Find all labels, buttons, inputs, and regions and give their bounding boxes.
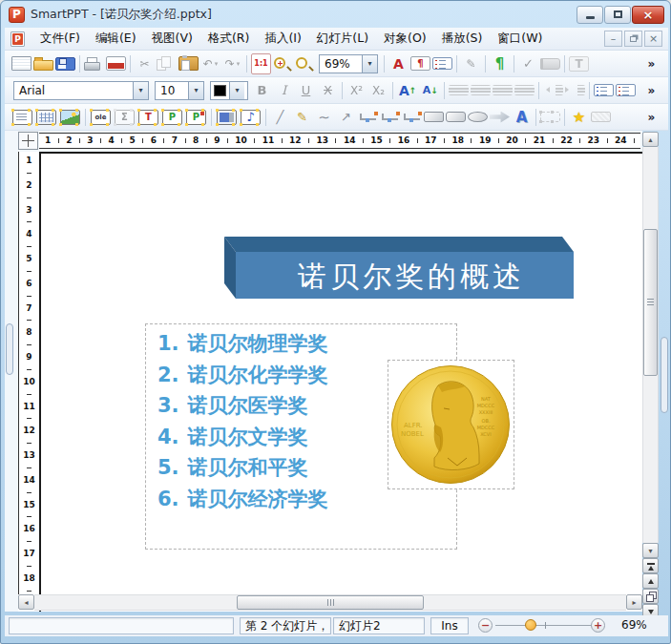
ruler-origin-crosshair[interactable]: [18, 132, 38, 150]
zoom-slider-center-tick: [545, 622, 546, 629]
draw-line[interactable]: ╱: [270, 107, 290, 128]
formatting-marks[interactable]: ¶: [490, 53, 510, 74]
toolbar-separator: [342, 82, 343, 99]
menu-file[interactable]: 文件(F): [32, 29, 88, 49]
draw-curved-connector[interactable]: [402, 112, 422, 122]
font-name-dropdown[interactable]: ▾: [133, 82, 148, 99]
horizontal-scroll-thumb[interactable]: [237, 595, 424, 610]
slide-title-box[interactable]: 诺贝尔奖的概述: [224, 237, 574, 299]
vertical-scroll-track[interactable]: [642, 147, 659, 543]
insert-video[interactable]: [217, 110, 237, 125]
grow-font[interactable]: A: [397, 80, 418, 101]
minimize-button[interactable]: [577, 6, 603, 24]
scroll-up-button[interactable]: ▴: [642, 132, 659, 147]
first-slide-button[interactable]: [642, 558, 659, 573]
insert-image[interactable]: [60, 110, 80, 125]
font-name-combo[interactable]: Arial ▾: [13, 81, 149, 100]
menu-window[interactable]: 窗口(W): [490, 29, 550, 49]
draw-block-arrow[interactable]: [490, 112, 510, 123]
font-size-combo[interactable]: 10 ▾: [155, 81, 204, 100]
left-pane-grip[interactable]: [6, 323, 13, 375]
menu-slide[interactable]: 幻灯片(L): [309, 29, 376, 49]
save[interactable]: [55, 57, 75, 71]
font-color-dropdown[interactable]: ▾: [229, 82, 244, 99]
scroll-down-button[interactable]: ▾: [642, 543, 659, 558]
zoom-slider-thumb[interactable]: [525, 619, 536, 631]
list-item[interactable]: 1.诺贝尔物理学奖: [157, 328, 456, 360]
ruler-tick: [308, 138, 309, 143]
draw-rectangle[interactable]: [424, 112, 444, 122]
ruler-number: 3: [87, 136, 93, 145]
first-slide-icon: [647, 563, 655, 565]
insert-ole-object[interactable]: ole: [91, 110, 111, 125]
zoom-level-combo[interactable]: 69% ▾: [319, 54, 378, 73]
menu-insert[interactable]: 插入(I): [257, 29, 308, 49]
medal-image-frame[interactable]: ALFR. NOBEL NAT MDCCC XXXIII OB. MDCCC X…: [388, 360, 514, 489]
export-pdf[interactable]: [106, 56, 126, 71]
right-pane-grip[interactable]: [661, 337, 668, 413]
slide-canvas[interactable]: 诺贝尔奖的概述 1.诺贝尔物理学奖2.诺贝尔化学学奖3.诺贝尔医学奖4.诺贝尔文…: [39, 152, 642, 612]
zoom-slider-track[interactable]: [495, 625, 598, 626]
ruler-tick: [27, 271, 31, 272]
mdi-minimize-button[interactable]: –: [604, 31, 622, 47]
formatting-toolbar-overflow[interactable]: »: [641, 80, 661, 101]
zoom-out-button[interactable]: −: [478, 618, 493, 633]
scroll-left-button[interactable]: ◂: [18, 594, 34, 610]
ruler-number: 4: [26, 230, 31, 239]
horizontal-scroll-track[interactable]: [34, 594, 626, 611]
insert-wordart[interactable]: A: [512, 107, 532, 128]
open-file[interactable]: [33, 60, 53, 71]
align-left: [449, 85, 469, 95]
menu-format[interactable]: 格式(R): [200, 29, 257, 49]
mdi-restore-button[interactable]: [624, 31, 642, 47]
draw-arrow[interactable]: ↗: [336, 107, 356, 128]
vertical-scroll-thumb[interactable]: [643, 229, 658, 376]
slide-navigator-button[interactable]: [642, 589, 659, 604]
mdi-close-button[interactable]: ×: [644, 31, 662, 47]
draw-elbow-connector[interactable]: [380, 112, 400, 122]
menu-object[interactable]: 对象(O): [376, 29, 434, 49]
draw-freehand[interactable]: ✎: [292, 107, 312, 128]
scroll-right-button[interactable]: ▸: [626, 594, 642, 610]
insert-textart[interactable]: T: [138, 110, 158, 125]
numbered-list[interactable]: [616, 84, 636, 96]
menu-edit[interactable]: 编辑(E): [88, 29, 144, 49]
zoom-in[interactable]: [273, 56, 293, 71]
font-size-dropdown[interactable]: ▾: [188, 82, 203, 99]
actual-size[interactable]: 1:1: [251, 53, 271, 74]
bullet-list[interactable]: [594, 84, 614, 96]
shrink-font[interactable]: A: [420, 80, 440, 101]
standard-toolbar-overflow[interactable]: »: [641, 53, 661, 74]
zoom-out[interactable]: [295, 56, 315, 71]
menu-play[interactable]: 播放(S): [434, 29, 491, 49]
insert-audio[interactable]: ♪: [241, 110, 261, 125]
print[interactable]: [84, 57, 104, 71]
title-bar[interactable]: P SmartPPT - [诺贝尔奖介绍.pptx] ×: [1, 1, 671, 28]
close-button[interactable]: ×: [632, 6, 664, 24]
menu-view[interactable]: 视图(V): [144, 29, 200, 49]
insert-mode-indicator[interactable]: Ins: [430, 617, 469, 634]
draw-rounded-rectangle[interactable]: [446, 112, 466, 122]
paragraph-settings[interactable]: ¶: [410, 56, 430, 71]
previous-slide-button[interactable]: [642, 573, 659, 589]
draw-connector[interactable]: [358, 112, 378, 122]
maximize-button[interactable]: [604, 6, 631, 24]
insert-textbox[interactable]: [12, 110, 32, 125]
paste[interactable]: [178, 56, 199, 71]
drawing-toolbar-overflow[interactable]: »: [641, 107, 661, 128]
outline-numbering-view[interactable]: [432, 57, 452, 70]
toolbar-separator: [538, 82, 539, 99]
insert-table[interactable]: [36, 110, 56, 125]
ruler-tick: [607, 138, 608, 143]
insert-presentation-object[interactable]: P: [162, 110, 182, 125]
insert-star[interactable]: ★: [569, 107, 589, 128]
font-color-combo[interactable]: ▾: [210, 81, 248, 100]
draw-ellipse[interactable]: [468, 112, 488, 122]
ruler-number: 1: [26, 156, 31, 165]
zoom-in-button[interactable]: +: [591, 618, 605, 633]
font-color[interactable]: A: [388, 53, 409, 74]
draw-curve[interactable]: ∼: [314, 107, 334, 128]
new-document[interactable]: [11, 56, 31, 71]
insert-presentation-file[interactable]: P: [186, 110, 206, 125]
zoom-combo-dropdown[interactable]: ▾: [362, 55, 377, 73]
